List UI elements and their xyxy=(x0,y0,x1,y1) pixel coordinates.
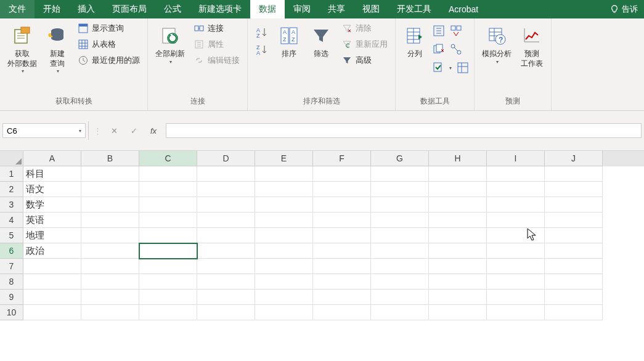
cell-I10[interactable] xyxy=(487,305,545,320)
col-header-I[interactable]: I xyxy=(487,151,545,166)
fx-button[interactable]: fx xyxy=(146,123,161,138)
cell-H7[interactable] xyxy=(429,259,487,274)
cell-J3[interactable] xyxy=(545,197,603,213)
cell-E7[interactable] xyxy=(255,259,313,274)
col-header-G[interactable]: G xyxy=(371,151,429,166)
cell-J2[interactable] xyxy=(545,182,603,197)
select-all-corner[interactable] xyxy=(0,151,23,166)
cell-A9[interactable] xyxy=(23,290,81,305)
cell-F1[interactable] xyxy=(313,166,371,182)
cell-E3[interactable] xyxy=(255,197,313,213)
cell-J9[interactable] xyxy=(545,290,603,305)
cell-B8[interactable] xyxy=(81,274,139,290)
cell-A6[interactable]: 政治 xyxy=(23,243,81,259)
col-header-D[interactable]: D xyxy=(197,151,255,166)
new-query-button[interactable]: 新建 查询 ▾ xyxy=(42,21,73,76)
get-external-data-button[interactable]: 获取 外部数据 ▾ xyxy=(4,21,41,76)
row-header-6[interactable]: 6 xyxy=(0,243,23,259)
data-validation-button[interactable]: ▾ xyxy=(431,60,453,75)
cell-F3[interactable] xyxy=(313,197,371,213)
tab-home[interactable]: 开始 xyxy=(35,0,69,18)
filter-button[interactable]: 筛选 xyxy=(306,21,336,62)
row-header-5[interactable]: 5 xyxy=(0,228,23,243)
flash-fill-button[interactable] xyxy=(431,23,446,38)
tab-view[interactable]: 视图 xyxy=(354,0,388,18)
row-header-10[interactable]: 10 xyxy=(0,305,23,320)
cell-I6[interactable] xyxy=(487,243,545,259)
sort-desc-button[interactable]: ZA xyxy=(254,42,270,57)
col-header-B[interactable]: B xyxy=(81,151,139,166)
tab-layout[interactable]: 页面布局 xyxy=(104,0,155,18)
cell-B9[interactable] xyxy=(81,290,139,305)
row-header-2[interactable]: 2 xyxy=(0,182,23,197)
whatif-button[interactable]: ? 模拟分析 ▾ xyxy=(478,21,515,67)
cell-H10[interactable] xyxy=(429,305,487,320)
cell-E8[interactable] xyxy=(255,274,313,290)
cell-C3[interactable] xyxy=(139,197,197,213)
cell-G10[interactable] xyxy=(371,305,429,320)
cell-D4[interactable] xyxy=(197,213,255,228)
tab-acrobat[interactable]: Acrobat xyxy=(440,0,487,18)
cell-E1[interactable] xyxy=(255,166,313,182)
col-header-E[interactable]: E xyxy=(255,151,313,166)
tab-formula[interactable]: 公式 xyxy=(155,0,190,18)
row-header-1[interactable]: 1 xyxy=(0,166,23,182)
cell-I1[interactable] xyxy=(487,166,545,182)
cell-C2[interactable] xyxy=(139,182,197,197)
tab-file[interactable]: 文件 xyxy=(0,0,35,18)
cell-D5[interactable] xyxy=(197,228,255,243)
cell-C6[interactable] xyxy=(139,243,197,259)
cell-E5[interactable] xyxy=(255,228,313,243)
formula-input[interactable] xyxy=(166,123,642,138)
cell-A10[interactable] xyxy=(23,305,81,320)
cell-I2[interactable] xyxy=(487,182,545,197)
cell-C9[interactable] xyxy=(139,290,197,305)
cell-C4[interactable] xyxy=(139,213,197,228)
cell-I4[interactable] xyxy=(487,213,545,228)
cell-D10[interactable] xyxy=(197,305,255,320)
text-to-columns-button[interactable]: 分列 xyxy=(399,21,430,62)
tab-data[interactable]: 数据 xyxy=(250,0,285,18)
cell-A7[interactable] xyxy=(23,259,81,274)
cell-G7[interactable] xyxy=(371,259,429,274)
refresh-all-button[interactable]: 全部刷新 ▾ xyxy=(152,21,189,67)
cell-I8[interactable] xyxy=(487,274,545,290)
show-queries-button[interactable]: 显示查询 xyxy=(74,21,144,36)
cell-A4[interactable]: 英语 xyxy=(23,213,81,228)
sort-button[interactable]: AZAZ 排序 xyxy=(274,21,304,62)
cell-I3[interactable] xyxy=(487,197,545,213)
tab-share[interactable]: 共享 xyxy=(319,0,354,18)
cell-E6[interactable] xyxy=(255,243,313,259)
cell-G6[interactable] xyxy=(371,243,429,259)
cell-H3[interactable] xyxy=(429,197,487,213)
cell-C5[interactable] xyxy=(139,228,197,243)
col-header-A[interactable]: A xyxy=(23,151,81,166)
cell-C7[interactable] xyxy=(139,259,197,274)
cell-A8[interactable] xyxy=(23,274,81,290)
tab-new[interactable]: 新建选项卡 xyxy=(190,0,250,18)
dropdown-icon[interactable]: ▾ xyxy=(79,128,81,134)
cell-H5[interactable] xyxy=(429,228,487,243)
cell-B2[interactable] xyxy=(81,182,139,197)
cell-D8[interactable] xyxy=(197,274,255,290)
tell-me[interactable]: 告诉 xyxy=(604,0,644,18)
cell-D1[interactable] xyxy=(197,166,255,182)
cell-A2[interactable]: 语文 xyxy=(23,182,81,197)
relationships-button[interactable] xyxy=(449,42,463,57)
col-header-F[interactable]: F xyxy=(313,151,371,166)
cell-C10[interactable] xyxy=(139,305,197,320)
cell-J1[interactable] xyxy=(545,166,603,182)
advanced-filter-button[interactable]: 高级 xyxy=(338,53,391,68)
cell-A5[interactable]: 地理 xyxy=(23,228,81,243)
from-table-button[interactable]: 从表格 xyxy=(74,37,144,52)
tab-review[interactable]: 审阅 xyxy=(285,0,319,18)
cell-C1[interactable] xyxy=(139,166,197,182)
cell-G8[interactable] xyxy=(371,274,429,290)
cell-F7[interactable] xyxy=(313,259,371,274)
col-header-H[interactable]: H xyxy=(429,151,487,166)
tab-dev[interactable]: 开发工具 xyxy=(388,0,440,18)
cell-H8[interactable] xyxy=(429,274,487,290)
cell-B6[interactable] xyxy=(81,243,139,259)
name-box[interactable]: ▾ xyxy=(2,123,86,138)
cell-F8[interactable] xyxy=(313,274,371,290)
